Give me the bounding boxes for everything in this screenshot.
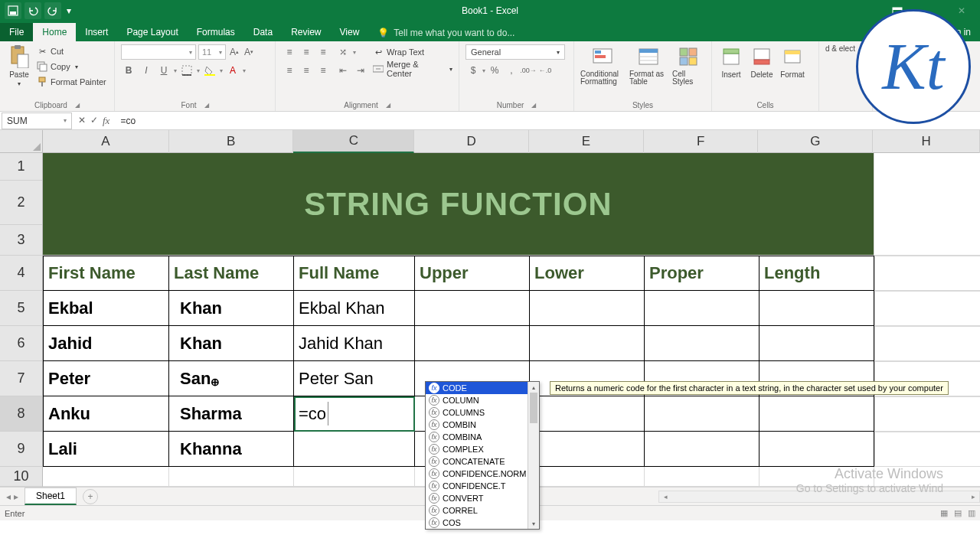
cell[interactable] xyxy=(415,326,530,361)
copy-button[interactable]: Copy▾ xyxy=(37,60,106,73)
cell[interactable] xyxy=(530,467,645,487)
accounting-format-icon[interactable]: $ xyxy=(466,63,481,78)
cell[interactable] xyxy=(874,326,980,361)
cell[interactable] xyxy=(874,291,980,326)
align-right-icon[interactable]: ≡ xyxy=(315,63,331,78)
autocomplete-item[interactable]: fxCONFIDENCE.NORM xyxy=(426,468,539,480)
borders-button[interactable] xyxy=(179,63,194,78)
font-color-button[interactable]: A xyxy=(225,63,240,78)
cell[interactable]: Ekbal Khan xyxy=(294,291,415,326)
cell[interactable]: Sharma xyxy=(169,396,294,432)
qat-customize-icon[interactable]: ▾ xyxy=(64,2,74,19)
header-cell[interactable]: Length xyxy=(760,256,874,291)
align-bottom-icon[interactable]: ≡ xyxy=(315,44,331,60)
tab-file[interactable]: File xyxy=(0,23,33,41)
dropdown-scrollbar[interactable]: ▴ ▾ xyxy=(528,382,539,529)
cell[interactable] xyxy=(169,467,294,487)
cell[interactable] xyxy=(760,396,874,432)
formula-autocomplete-dropdown[interactable]: fxCODEfxCOLUMNfxCOLUMNSfxCOMBINfxCOMBINA… xyxy=(425,381,540,530)
autocomplete-item[interactable]: fxCOMBIN xyxy=(426,419,539,431)
font-name-combo[interactable]: ▾ xyxy=(121,44,196,60)
autocomplete-item[interactable]: fxCOMPLEX xyxy=(426,443,539,455)
merged-title-cell[interactable]: STRING FUNCTION xyxy=(43,153,874,256)
conditional-formatting-button[interactable]: Conditional Formatting xyxy=(580,44,625,99)
cell[interactable]: Lali xyxy=(43,432,169,467)
dialog-launcher-icon[interactable]: ◢ xyxy=(75,102,80,109)
cell[interactable] xyxy=(760,326,874,361)
sheet-tab-active[interactable]: Sheet1 xyxy=(24,487,77,505)
row-header[interactable]: 1 xyxy=(0,153,42,181)
cell[interactable] xyxy=(530,326,645,361)
cell[interactable] xyxy=(645,291,760,326)
cell[interactable]: Khan xyxy=(169,326,294,361)
cell[interactable]: Peter San xyxy=(294,361,415,396)
insert-cells-button[interactable]: Insert xyxy=(718,44,744,99)
autocomplete-item[interactable]: fxCOS xyxy=(426,517,539,529)
view-normal-icon[interactable]: ▦ xyxy=(940,508,948,518)
delete-cells-button[interactable]: Delete xyxy=(749,44,775,99)
column-header[interactable]: A xyxy=(43,130,169,153)
dialog-launcher-icon[interactable]: ◢ xyxy=(386,102,390,109)
formula-input[interactable]: =co xyxy=(116,116,980,126)
enter-formula-icon[interactable]: ✓ xyxy=(90,115,98,127)
autocomplete-item[interactable]: fxCOLUMN xyxy=(426,394,539,406)
redo-icon[interactable] xyxy=(44,2,61,19)
fill-color-button[interactable] xyxy=(202,63,217,78)
undo-icon[interactable] xyxy=(24,2,41,19)
cell[interactable] xyxy=(530,396,645,432)
number-format-combo[interactable]: General▾ xyxy=(466,44,565,60)
italic-button[interactable]: I xyxy=(139,63,154,78)
editing-cell[interactable]: =co xyxy=(294,396,415,432)
column-header[interactable]: E xyxy=(529,130,644,153)
cell[interactable] xyxy=(874,256,980,291)
cell[interactable] xyxy=(645,326,760,361)
align-center-icon[interactable]: ≡ xyxy=(299,63,314,78)
tab-home[interactable]: Home xyxy=(33,23,76,41)
format-as-table-button[interactable]: Format as Table xyxy=(629,44,668,99)
cell[interactable] xyxy=(645,432,760,467)
chevron-down-icon[interactable]: ▾ xyxy=(174,67,177,74)
scroll-down-icon[interactable]: ▾ xyxy=(528,518,539,529)
tab-review[interactable]: Review xyxy=(282,23,330,41)
format-painter-button[interactable]: Format Painter xyxy=(37,75,106,89)
row-header[interactable]: 5 xyxy=(0,291,42,326)
cell[interactable]: Jahid Khan xyxy=(294,326,415,361)
tab-insert[interactable]: Insert xyxy=(76,23,117,41)
close-icon[interactable]: ✕ xyxy=(946,2,977,19)
cell[interactable] xyxy=(645,467,760,487)
cell[interactable] xyxy=(294,467,415,487)
chevron-down-icon[interactable]: ▾ xyxy=(197,67,200,74)
scroll-up-icon[interactable]: ▴ xyxy=(528,382,539,393)
sheet-nav-prev-icon[interactable]: ◂ xyxy=(6,491,11,502)
column-header[interactable]: C xyxy=(293,130,414,153)
view-pagelayout-icon[interactable]: ▤ xyxy=(954,508,962,518)
select-all-corner[interactable] xyxy=(0,130,43,153)
tab-formulas[interactable]: Formulas xyxy=(188,23,244,41)
header-cell[interactable]: Lower xyxy=(530,256,645,291)
comma-format-icon[interactable]: , xyxy=(504,63,519,78)
decrease-font-icon[interactable]: A▾ xyxy=(243,44,255,60)
row-header[interactable]: 8 xyxy=(0,396,42,432)
new-sheet-button[interactable]: + xyxy=(83,489,98,504)
column-header[interactable]: H xyxy=(873,130,980,153)
font-size-combo[interactable]: 11▾ xyxy=(198,44,226,60)
cell[interactable]: Jahid xyxy=(43,326,169,361)
row-header[interactable]: 10 xyxy=(0,467,42,487)
autocomplete-item[interactable]: fxCOLUMNS xyxy=(426,406,539,419)
row-header[interactable]: 3 xyxy=(0,225,42,256)
wrap-text-button[interactable]: ↩Wrap Text xyxy=(373,44,452,60)
row-header[interactable]: 7 xyxy=(0,361,42,396)
save-icon[interactable] xyxy=(5,2,21,19)
column-header[interactable]: G xyxy=(758,130,873,153)
cancel-formula-icon[interactable]: ✕ xyxy=(78,115,86,127)
format-cells-button[interactable]: Format xyxy=(779,44,805,99)
header-cell[interactable]: Upper xyxy=(415,256,530,291)
tell-me-search[interactable]: 💡 Tell me what you want to do... xyxy=(377,28,514,41)
row-header[interactable]: 2 xyxy=(0,181,42,225)
increase-font-icon[interactable]: A▴ xyxy=(228,44,240,60)
view-pagebreak-icon[interactable]: ▥ xyxy=(968,508,975,518)
autocomplete-item[interactable]: fxCOMBINA xyxy=(426,431,539,443)
tab-view[interactable]: View xyxy=(331,23,369,41)
cell[interactable] xyxy=(874,432,980,467)
column-header[interactable]: B xyxy=(169,130,294,153)
